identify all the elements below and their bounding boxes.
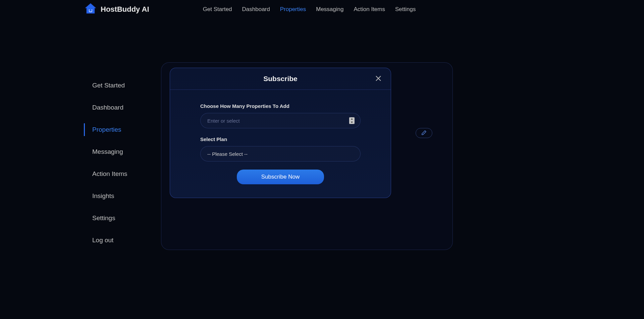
number-stepper-icon[interactable] bbox=[349, 117, 355, 124]
brand-name: HostBuddy AI bbox=[101, 5, 149, 14]
sidebar-item-get-started[interactable]: Get Started bbox=[84, 79, 148, 92]
nav-get-started[interactable]: Get Started bbox=[203, 6, 232, 13]
plan-field-group: Select Plan -- Please Select -- bbox=[200, 136, 361, 162]
nav-properties[interactable]: Properties bbox=[280, 6, 306, 13]
content-panel: Subscribe Choose How Many Properties To … bbox=[161, 62, 453, 250]
properties-input-wrap bbox=[200, 113, 361, 128]
nav-messaging[interactable]: Messaging bbox=[316, 6, 343, 13]
sidebar-item-settings[interactable]: Settings bbox=[84, 212, 148, 225]
sidebar: Get Started Dashboard Properties Messagi… bbox=[84, 62, 148, 250]
modal-overlay: Subscribe Choose How Many Properties To … bbox=[161, 63, 452, 250]
modal-title: Subscribe bbox=[263, 75, 298, 83]
close-icon bbox=[375, 75, 381, 81]
modal-header: Subscribe bbox=[170, 68, 391, 90]
main-container: Get Started Dashboard Properties Messagi… bbox=[0, 19, 644, 263]
subscribe-modal: Subscribe Choose How Many Properties To … bbox=[170, 68, 391, 198]
plan-select[interactable]: -- Please Select -- bbox=[200, 146, 361, 162]
subscribe-now-button[interactable]: Subscribe Now bbox=[237, 170, 324, 184]
nav-settings[interactable]: Settings bbox=[395, 6, 416, 13]
sidebar-item-dashboard[interactable]: Dashboard bbox=[84, 101, 148, 114]
sidebar-item-action-items[interactable]: Action Items bbox=[84, 168, 148, 180]
brand-logo[interactable]: HostBuddy AI bbox=[84, 3, 149, 16]
nav-links: Get Started Dashboard Properties Messagi… bbox=[203, 6, 416, 13]
svg-point-1 bbox=[92, 10, 93, 11]
modal-body: Choose How Many Properties To Add bbox=[170, 90, 391, 198]
sidebar-item-log-out[interactable]: Log out bbox=[84, 234, 148, 247]
sidebar-item-insights[interactable]: Insights bbox=[84, 190, 148, 202]
plan-label: Select Plan bbox=[200, 136, 361, 142]
properties-input[interactable] bbox=[200, 113, 361, 128]
close-button[interactable] bbox=[375, 75, 383, 83]
top-nav: HostBuddy AI Get Started Dashboard Prope… bbox=[0, 0, 644, 19]
sidebar-item-messaging[interactable]: Messaging bbox=[84, 145, 148, 158]
properties-label: Choose How Many Properties To Add bbox=[200, 103, 361, 109]
house-icon bbox=[84, 3, 97, 16]
svg-point-0 bbox=[89, 10, 90, 11]
properties-field-group: Choose How Many Properties To Add bbox=[200, 103, 361, 128]
nav-action-items[interactable]: Action Items bbox=[354, 6, 385, 13]
nav-dashboard[interactable]: Dashboard bbox=[242, 6, 270, 13]
sidebar-item-properties[interactable]: Properties bbox=[84, 123, 148, 136]
